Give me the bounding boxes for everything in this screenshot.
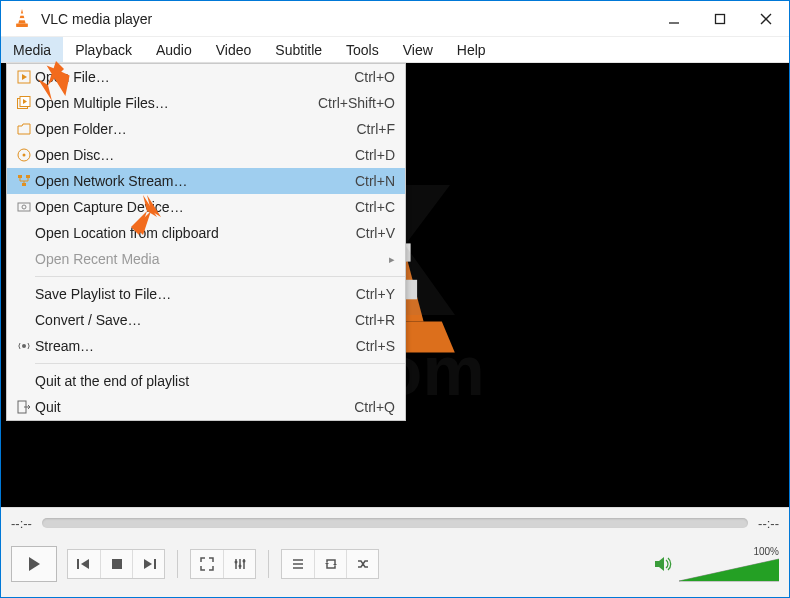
menu-shortcut: Ctrl+N [355, 173, 395, 189]
menu-label: Open Location from clipboard [35, 225, 344, 241]
folder-icon [13, 122, 35, 136]
next-button[interactable] [132, 550, 164, 578]
stop-icon [111, 558, 123, 570]
extended-settings-button[interactable] [223, 550, 255, 578]
fullscreen-icon [200, 557, 214, 571]
menu-separator [35, 276, 405, 277]
close-button[interactable] [743, 1, 789, 37]
svg-point-28 [234, 561, 237, 564]
svg-rect-22 [77, 559, 79, 569]
menu-open-disc[interactable]: Open Disc… Ctrl+D [7, 142, 405, 168]
menu-tools[interactable]: Tools [334, 37, 391, 62]
menu-label: Stream… [35, 338, 344, 354]
svg-line-5 [761, 14, 771, 24]
submenu-arrow-icon: ▸ [389, 253, 395, 266]
svg-rect-2 [16, 23, 28, 26]
equalizer-icon [233, 557, 247, 571]
menu-label: Open Network Stream… [35, 173, 343, 189]
media-menu-dropdown: Open File… Ctrl+O Open Multiple Files… C… [6, 63, 406, 421]
menu-open-network-stream[interactable]: Open Network Stream… Ctrl+N [7, 168, 405, 194]
minimize-button[interactable] [651, 1, 697, 37]
menu-shortcut: Ctrl+O [354, 69, 395, 85]
menu-shortcut: Ctrl+S [356, 338, 395, 354]
menu-open-folder[interactable]: Open Folder… Ctrl+F [7, 116, 405, 142]
svg-point-11 [23, 154, 26, 157]
menu-view[interactable]: View [391, 37, 445, 62]
play-icon [25, 555, 43, 573]
view-buttons-group [190, 549, 256, 579]
loop-icon [324, 557, 338, 571]
shuffle-button[interactable] [346, 550, 378, 578]
maximize-button[interactable] [697, 1, 743, 37]
svg-rect-0 [20, 13, 24, 15]
menu-audio[interactable]: Audio [144, 37, 204, 62]
time-remaining[interactable]: --:-- [758, 516, 779, 531]
svg-rect-1 [19, 18, 25, 20]
menu-playback[interactable]: Playback [63, 37, 144, 62]
menu-open-clipboard[interactable]: Open Location from clipboard Ctrl+V [7, 220, 405, 246]
svg-point-16 [22, 205, 26, 209]
menu-quit-end[interactable]: Quit at the end of playlist [7, 368, 405, 394]
menu-shortcut: Ctrl+Q [354, 399, 395, 415]
network-icon [13, 174, 35, 188]
menu-subtitle[interactable]: Subtitle [263, 37, 334, 62]
menu-label: Open Disc… [35, 147, 343, 163]
titlebar: VLC media player [1, 1, 789, 37]
shuffle-icon [356, 557, 370, 571]
playback-buttons-group [67, 549, 165, 579]
menu-open-recent[interactable]: Open Recent Media ▸ [7, 246, 405, 272]
volume-slider[interactable] [679, 557, 779, 583]
menu-save-playlist[interactable]: Save Playlist to File… Ctrl+Y [7, 281, 405, 307]
playlist-icon [291, 557, 305, 571]
exit-icon [13, 400, 35, 414]
playlist-button[interactable] [282, 550, 314, 578]
next-icon [141, 557, 157, 571]
menu-shortcut: Ctrl+Shift+O [318, 95, 395, 111]
annotation-arrow-icon [125, 193, 165, 237]
menu-quit[interactable]: Quit Ctrl+Q [7, 394, 405, 420]
fullscreen-button[interactable] [191, 550, 223, 578]
svg-rect-15 [18, 203, 30, 211]
file-play-icon [13, 70, 35, 84]
stream-icon [13, 339, 35, 353]
menu-shortcut: Ctrl+C [355, 199, 395, 215]
play-button[interactable] [11, 546, 57, 582]
time-elapsed[interactable]: --:-- [11, 516, 32, 531]
playlist-buttons-group [281, 549, 379, 579]
svg-point-30 [242, 560, 245, 563]
separator [268, 550, 269, 578]
menu-shortcut: Ctrl+D [355, 147, 395, 163]
capture-icon [13, 200, 35, 214]
svg-point-29 [238, 565, 241, 568]
previous-button[interactable] [68, 550, 100, 578]
speaker-icon[interactable] [653, 555, 673, 573]
menu-video[interactable]: Video [204, 37, 264, 62]
menu-shortcut: Ctrl+F [357, 121, 396, 137]
svg-point-17 [22, 344, 26, 348]
stop-button[interactable] [100, 550, 132, 578]
menu-convert[interactable]: Convert / Save… Ctrl+R [7, 307, 405, 333]
svg-rect-24 [154, 559, 156, 569]
menu-help[interactable]: Help [445, 37, 498, 62]
svg-rect-13 [26, 175, 30, 178]
menu-label: Quit [35, 399, 342, 415]
separator [177, 550, 178, 578]
menu-label: Open Capture Device… [35, 199, 343, 215]
controls-panel: --:-- --:-- [1, 507, 789, 597]
seek-row: --:-- --:-- [1, 508, 789, 538]
loop-button[interactable] [314, 550, 346, 578]
window-title: VLC media player [41, 11, 651, 27]
svg-rect-23 [112, 559, 122, 569]
menu-shortcut: Ctrl+Y [356, 286, 395, 302]
app-window: VLC media player Media Playback Audio Vi… [0, 0, 790, 598]
seek-slider[interactable] [42, 518, 748, 528]
menu-shortcut: Ctrl+V [356, 225, 395, 241]
menubar: Media Playback Audio Video Subtitle Tool… [1, 37, 789, 63]
controls-row: 100% [1, 538, 789, 590]
files-play-icon [13, 96, 35, 110]
menu-stream[interactable]: Stream… Ctrl+S [7, 333, 405, 359]
window-buttons [651, 1, 789, 37]
menu-open-capture[interactable]: Open Capture Device… Ctrl+C [7, 194, 405, 220]
svg-rect-14 [22, 183, 26, 186]
menu-separator [35, 363, 405, 364]
